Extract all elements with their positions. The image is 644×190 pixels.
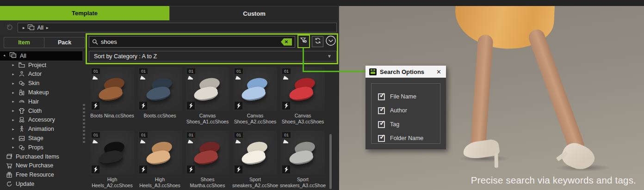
asset-badge-icon	[139, 165, 147, 173]
tree-item-hair[interactable]: ▸ Hair	[0, 97, 82, 106]
asset-badge-icon	[187, 102, 195, 110]
caret-icon[interactable]: ▸	[11, 127, 15, 131]
tree-item-new-purchase[interactable]: New Purchase	[0, 161, 82, 171]
clear-search-icon[interactable]: ✕	[281, 38, 292, 46]
grid-item[interactable]: 01 Boots.ccShoes	[138, 67, 182, 125]
hair-icon	[18, 98, 25, 105]
count-badge: 01	[187, 132, 195, 138]
purchased-box-icon	[6, 153, 13, 160]
thumbnail[interactable]: 01	[233, 67, 277, 111]
animation-icon	[18, 126, 25, 133]
tree-item-stage[interactable]: ▸ Stage	[0, 134, 82, 143]
tree-item-actor[interactable]: ▸ Actor	[0, 70, 82, 79]
checkbox[interactable]: ✓	[378, 121, 385, 128]
tree-item-update[interactable]: Update	[0, 179, 82, 189]
search-input[interactable]: shoes ✕	[89, 36, 295, 48]
tree-item-project[interactable]: ▸ Project	[0, 61, 82, 70]
popup-title: Search Options	[380, 68, 433, 75]
thumbnail-row-2: 01 High Heels_A2.ccShoes 01 High Heels_A…	[90, 131, 325, 190]
option-folder-name[interactable]: ✓ Folder Name	[378, 131, 440, 145]
tab-pack[interactable]: Pack	[44, 37, 85, 48]
grid-item[interactable]: 01 Canvas Shoes_A1.ccShoes	[186, 67, 229, 125]
option-file-name[interactable]: ✓ File Name	[378, 90, 440, 104]
search-icon	[92, 39, 98, 45]
grid-item[interactable]: 01 High Heels_A3.ccShoes	[138, 131, 182, 190]
count-badge: 01	[235, 132, 243, 138]
checkbox[interactable]: ✓	[378, 93, 385, 100]
thumbnail[interactable]: 01	[233, 131, 277, 175]
grid-scrollbar[interactable]	[329, 134, 332, 189]
checkbox[interactable]: ✓	[378, 107, 385, 114]
tree-item-accessory[interactable]: ▸ Accessory	[0, 116, 82, 125]
caret-icon[interactable]: ▸	[11, 99, 15, 104]
tree-item-free-resource[interactable]: Free Resource	[0, 170, 82, 179]
tree-item-skin[interactable]: ▸ Skin	[0, 79, 82, 88]
makeup-icon	[18, 89, 25, 96]
asset-badge-icon	[235, 102, 242, 110]
grid-item[interactable]: 01 Canvas Shoes_A2.ccShoes	[233, 67, 277, 125]
tab-custom[interactable]: Custom	[169, 6, 339, 20]
stage-icon	[18, 135, 25, 142]
thumbnail[interactable]: 01	[138, 131, 182, 175]
gift-icon	[6, 172, 13, 178]
breadcrumb[interactable]: ▸ All ▸	[18, 23, 337, 32]
caret-right-icon: ▸	[23, 25, 25, 30]
sort-label: Sort by Category : A to Z	[94, 53, 157, 60]
grid-item[interactable]: 01 Boots Nina.ccShoes	[90, 67, 134, 125]
thumbnail[interactable]: 01	[281, 67, 325, 111]
props-icon	[18, 144, 25, 151]
shoe-image	[145, 141, 178, 167]
back-icon[interactable]	[6, 24, 15, 32]
caret-icon[interactable]: ▸	[11, 118, 15, 122]
tree-item-purchased-items[interactable]: Purchased Items	[0, 152, 82, 161]
caret-icon[interactable]: ▸	[11, 63, 15, 67]
grid-item[interactable]: 01 High Heels_A2.ccShoes	[90, 131, 134, 190]
grid-item[interactable]: 01 Shoes Martha.ccShoes	[186, 131, 229, 190]
grid-item[interactable]: 01 Sport sneakers_A2.ccShoes	[233, 131, 277, 190]
caret-icon[interactable]: ▸	[11, 109, 15, 113]
tree-item-animation[interactable]: ▸ Animation	[0, 124, 82, 134]
shoe-image	[145, 77, 178, 103]
panel-splitter-handle[interactable]	[83, 104, 85, 143]
thumbnail[interactable]: 01	[138, 67, 182, 111]
tree-item-all[interactable]: ▸ All	[0, 51, 82, 61]
thumbnail[interactable]: 01	[90, 67, 134, 111]
count-badge: 01	[235, 68, 243, 74]
cart-icon	[6, 162, 13, 169]
popup-titlebar[interactable]: Search Options ✕	[365, 66, 446, 78]
caret-icon[interactable]: ▸	[11, 91, 15, 95]
caret-icon[interactable]: ▸	[11, 145, 15, 149]
tab-template[interactable]: Template	[0, 6, 169, 20]
callout-line	[303, 71, 366, 72]
tree-item-makeup[interactable]: ▸ Makeup	[0, 88, 82, 97]
shoe-image	[98, 141, 130, 167]
sort-dropdown[interactable]: Sort by Category : A to Z ▼	[89, 51, 337, 61]
shoe-image	[193, 77, 225, 103]
checkbox[interactable]: ✓	[378, 135, 385, 142]
thumbnail-label: Sport sneakers_A3.ccShoes	[280, 177, 326, 190]
grid-item[interactable]: 01 Canvas Shoes_A3.ccShoes	[281, 67, 325, 125]
option-author[interactable]: ✓ Author	[378, 104, 440, 117]
tree-item-props[interactable]: ▸ Props	[0, 143, 82, 152]
thumbnail[interactable]: 01	[90, 131, 134, 175]
thumbnail-label: Boots.ccShoes	[137, 113, 183, 119]
right-leg-graphic	[526, 27, 586, 155]
caret-expanded-icon[interactable]: ▸	[2, 53, 8, 59]
tree-item-cloth[interactable]: ▸ Cloth	[0, 106, 82, 116]
option-tag[interactable]: ✓ Tag	[378, 117, 440, 131]
grid-item[interactable]: 01 Sport sneakers_A3.ccShoes	[281, 131, 325, 190]
search-query-text: shoes	[101, 38, 278, 45]
thumbnail[interactable]: 01	[186, 131, 229, 175]
thumbnail[interactable]: 01	[281, 131, 325, 175]
close-icon[interactable]: ✕	[436, 68, 442, 75]
tab-item[interactable]: Item	[4, 37, 44, 48]
caret-icon[interactable]: ▸	[11, 72, 15, 76]
thumbnail[interactable]: 01	[186, 67, 229, 111]
asset-badge-icon	[187, 165, 195, 173]
collapse-button[interactable]	[325, 36, 337, 48]
check-icon: ✓	[379, 105, 385, 113]
caret-icon[interactable]: ▸	[11, 136, 15, 141]
caret-icon[interactable]: ▸	[11, 81, 15, 86]
search-options-button[interactable]	[297, 35, 310, 48]
refresh-button[interactable]	[312, 36, 323, 47]
